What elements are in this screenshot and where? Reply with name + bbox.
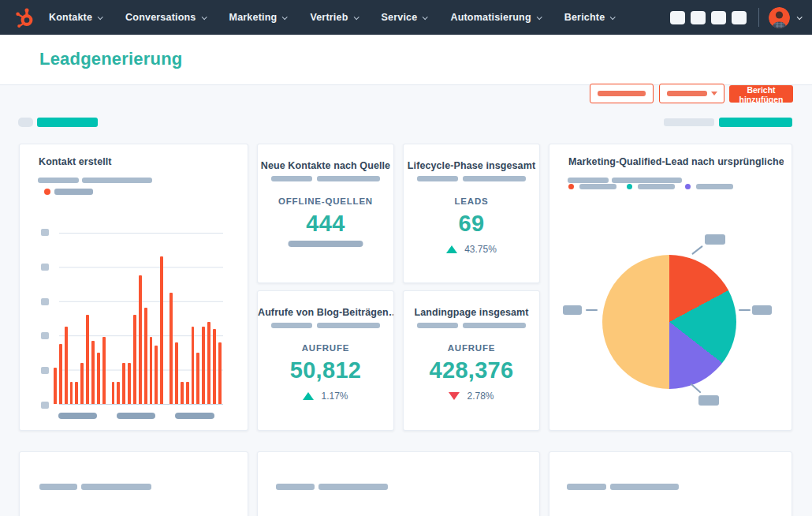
delta-value: 1.17% [321,391,348,402]
kpi-value: 69 [404,211,539,237]
chevron-down-icon [282,14,288,20]
kpi-footer-placeholder [289,241,363,247]
bar [144,308,147,404]
legend-label-placeholder [696,184,733,189]
legend-dot-icon [685,184,691,189]
chevron-down-icon [353,14,359,20]
pie-callout-line [586,309,598,311]
nav-quick-action-button-4[interactable] [732,11,747,24]
filter-label-placeholder[interactable] [37,118,98,127]
legend-dot-icon [568,184,574,189]
card-mql-by-source: Marketing-Qualified-Lead nach ursprüngli… [549,144,792,431]
bar [75,382,78,404]
kpi-value: 444 [258,211,393,237]
kpi-value: 428,376 [404,357,539,383]
bar [192,327,195,404]
nav-item-automatisierung[interactable]: Automatisierung [450,12,540,23]
card-subtitle-placeholder [39,484,77,490]
bar-chart-plot-area [59,233,223,405]
bar [139,275,142,404]
pie-callout-line [691,245,703,255]
button-label-placeholder [598,91,646,96]
pie-callout-label-placeholder [705,234,725,245]
pie-legend [568,184,733,189]
legend-label-placeholder [54,189,93,195]
card-lifecycle-total: Lifecycle-Phase insgesamt LEADS 69 43.75… [403,144,540,283]
card-title: Marketing-Qualified-Lead nach ursprüngli… [568,156,784,167]
pie-chart [602,255,736,389]
card-contact-created: Kontakt erstellt [19,144,248,431]
legend-label-placeholder [638,184,675,189]
nav-quick-action-button-3[interactable] [711,11,726,24]
user-avatar[interactable] [769,7,790,28]
pie-callout-label-placeholder [563,305,582,315]
bar [169,293,173,404]
legend-dot-icon [627,184,632,189]
bar [175,342,178,404]
x-axis-label-placeholder [175,413,214,419]
card-subtitle-placeholders [258,323,393,328]
delta-value: 43.75% [464,244,497,255]
kpi-label: OFFLINE-QUELLEN [258,196,393,206]
kpi-delta: 1.17% [258,391,393,402]
pie-callout-line [739,309,751,311]
bar [150,337,153,404]
bar [196,353,199,404]
card-title: Neue Kontakte nach Quelle [258,160,393,171]
nav-item-vertrieb[interactable]: Vertrieb [310,12,357,23]
nav-quick-action-button-1[interactable] [670,11,685,24]
bar [112,382,115,404]
card-title: Lifecycle-Phase insgesamt [404,160,539,171]
delta-value: 2.78% [467,391,494,402]
main-nav: KontakteConversationsMarketingVertriebSe… [49,12,614,23]
card-subtitle-placeholders [404,323,539,328]
card-subtitle-placeholder [612,178,682,183]
card-subtitle-placeholder [82,178,152,183]
pie-legend-item [685,184,733,189]
nav-right-actions [670,7,812,28]
nav-item-service[interactable]: Service [382,12,427,23]
bar [86,315,89,404]
card-bottom-right [549,451,792,516]
nav-divider [758,8,759,27]
filter-secondary-placeholder[interactable] [664,118,714,126]
add-report-button[interactable]: Bericht hinzufügen [729,85,793,103]
card-subtitle-placeholder [81,484,151,490]
kpi-label: LEADS [404,196,539,206]
card-new-contacts-by-source: Neue Kontakte nach Quelle OFFLINE-QUELLE… [257,144,394,283]
trend-up-icon [446,245,457,253]
bar [65,327,68,404]
nav-item-marketing[interactable]: Marketing [229,12,287,23]
nav-quick-action-button-2[interactable] [691,11,706,24]
bar [202,327,205,404]
legend-label-placeholder [579,184,616,189]
card-title: Kontakt erstellt [39,156,112,167]
card-bottom-middle [257,451,540,516]
chevron-down-icon [98,14,103,20]
dashboard-dropdown-button[interactable] [659,84,724,103]
nav-item-berichte[interactable]: Berichte [564,12,615,23]
filter-toggle-placeholder[interactable] [18,118,33,127]
y-axis-tick-placeholders [41,229,49,409]
hubspot-logo-icon[interactable] [0,7,49,28]
trend-down-icon [449,392,460,400]
filter-primary-placeholder[interactable] [719,118,792,127]
x-axis-label-placeholder [117,413,155,419]
card-blog-post-views: Aufrufe von Blog-Beiträgen… AUFRUFE 50,8… [257,290,394,431]
kpi-label: AUFRUFE [404,343,539,353]
x-axis-label-placeholder [58,413,97,419]
pie-callout-label-placeholder [752,305,772,315]
account-menu-chevron-icon[interactable] [797,16,801,20]
kpi-label: AUFRUFE [258,343,393,353]
nav-item-conversations[interactable]: Conversations [125,12,205,23]
pie-legend-item [568,184,616,189]
card-title: Landingpage insgesamt [404,307,539,318]
top-navigation: KontakteConversationsMarketingVertriebSe… [0,0,812,35]
card-subtitle-placeholder [276,484,315,490]
nav-item-kontakte[interactable]: Kontakte [49,12,102,23]
dashboard-action-button[interactable] [590,84,654,103]
button-label-placeholder [667,91,707,96]
bar [207,322,210,404]
bar [70,382,73,404]
pie-callout-line [691,383,702,394]
